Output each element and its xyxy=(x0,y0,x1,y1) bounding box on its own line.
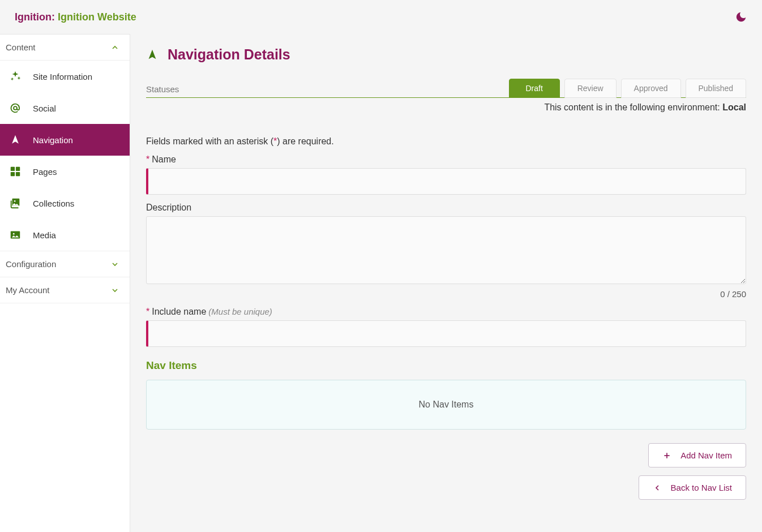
plus-icon xyxy=(662,451,671,460)
status-pills: Draft Review Approved Published xyxy=(509,79,746,98)
page-title: Navigation Details xyxy=(168,46,290,63)
environment-prefix: This content is in the following environ… xyxy=(544,102,722,112)
label-text: Include name xyxy=(152,307,206,317)
label-text: Name xyxy=(152,155,176,165)
image-icon xyxy=(9,229,22,241)
topbar: Ignition: Ignition Website xyxy=(0,0,762,34)
sidebar-item-navigation[interactable]: Navigation xyxy=(0,124,130,156)
pages-icon xyxy=(9,165,22,178)
required-note: Fields marked with an asterisk (*) are r… xyxy=(146,136,746,147)
nav-items-empty: No Nav Items xyxy=(146,380,746,430)
field-description: Description 0 / 250 xyxy=(146,203,746,299)
svg-point-6 xyxy=(14,200,16,202)
sidebar-item-pages[interactable]: Pages xyxy=(0,156,130,187)
sidebar-item-site-information[interactable]: Site Information xyxy=(0,61,130,92)
svg-point-8 xyxy=(13,233,15,235)
field-name: * Name xyxy=(146,155,746,195)
main-content: Navigation Details Statuses Draft Review… xyxy=(130,34,762,532)
description-textarea[interactable] xyxy=(146,216,746,284)
sidebar-item-label: Site Information xyxy=(33,72,92,81)
chevron-up-icon xyxy=(110,43,119,52)
brand: Ignition: Ignition Website xyxy=(15,11,136,23)
include-name-input[interactable] xyxy=(146,320,746,347)
sidebar-group-my-account[interactable]: My Account xyxy=(0,277,130,303)
svg-rect-3 xyxy=(11,172,15,176)
chevron-down-icon xyxy=(110,260,119,269)
required-asterisk: * xyxy=(146,307,149,317)
status-pill-draft[interactable]: Draft xyxy=(509,79,560,98)
page-header: Navigation Details xyxy=(146,46,746,63)
svg-rect-1 xyxy=(11,167,15,171)
label-text: Description xyxy=(146,203,191,213)
field-label-name: * Name xyxy=(146,155,746,165)
environment-line: This content is in the following environ… xyxy=(146,102,746,113)
sidebar-item-label: Navigation xyxy=(33,135,73,145)
status-pill-review[interactable]: Review xyxy=(564,79,617,98)
pointer-icon xyxy=(146,49,159,61)
status-pill-published[interactable]: Published xyxy=(686,79,747,98)
sidebar-item-social[interactable]: Social xyxy=(0,92,130,124)
statuses-label: Statuses xyxy=(146,84,179,97)
sidebar-item-label: Collections xyxy=(33,199,74,208)
brand-suffix: Ignition Website xyxy=(58,11,136,23)
sidebar-group-label: Configuration xyxy=(6,259,56,269)
field-label-description: Description xyxy=(146,203,746,213)
nav-items-title: Nav Items xyxy=(146,359,746,372)
status-row: Statuses Draft Review Approved Published xyxy=(146,79,746,98)
sidebar-item-label: Pages xyxy=(33,167,57,177)
sidebar-item-label: Media xyxy=(33,230,56,240)
required-note-pre: Fields marked with an asterisk ( xyxy=(146,136,273,146)
sidebar-group-configuration[interactable]: Configuration xyxy=(0,251,130,277)
sidebar-group-label: My Account xyxy=(6,285,50,295)
svg-rect-2 xyxy=(16,167,20,171)
required-asterisk: * xyxy=(146,155,149,165)
svg-rect-4 xyxy=(16,172,20,176)
button-label: Back to Nav List xyxy=(671,483,732,492)
actions-row: Add Nav Item Back to Nav List xyxy=(146,443,746,500)
environment-name: Local xyxy=(722,102,746,112)
chevron-left-icon xyxy=(653,483,662,492)
sidebar-item-media[interactable]: Media xyxy=(0,219,130,251)
sparkles-icon xyxy=(9,70,22,83)
pointer-icon xyxy=(9,134,22,146)
sidebar-group-label: Content xyxy=(6,42,36,52)
add-nav-item-button[interactable]: Add Nav Item xyxy=(648,443,746,467)
description-counter: 0 / 250 xyxy=(146,289,746,299)
theme-toggle-button[interactable] xyxy=(735,11,747,23)
sidebar-group-content[interactable]: Content xyxy=(0,35,130,61)
required-note-post: ) are required. xyxy=(277,136,334,146)
sidebar-item-label: Social xyxy=(33,104,56,113)
status-pill-approved[interactable]: Approved xyxy=(621,79,681,98)
sidebar: Content Site Information Social Navigati… xyxy=(0,34,130,532)
field-include-name: * Include name (Must be unique) xyxy=(146,307,746,347)
image-stack-icon xyxy=(9,197,22,209)
back-to-nav-list-button[interactable]: Back to Nav List xyxy=(639,475,746,500)
button-label: Add Nav Item xyxy=(680,451,732,460)
at-icon xyxy=(9,102,22,114)
brand-prefix: Ignition: xyxy=(15,11,58,23)
sidebar-item-collections[interactable]: Collections xyxy=(0,187,130,219)
label-hint: (Must be unique) xyxy=(208,307,272,316)
chevron-down-icon xyxy=(110,286,119,295)
moon-icon xyxy=(735,11,747,23)
name-input[interactable] xyxy=(146,168,746,195)
field-label-include-name: * Include name (Must be unique) xyxy=(146,307,746,317)
